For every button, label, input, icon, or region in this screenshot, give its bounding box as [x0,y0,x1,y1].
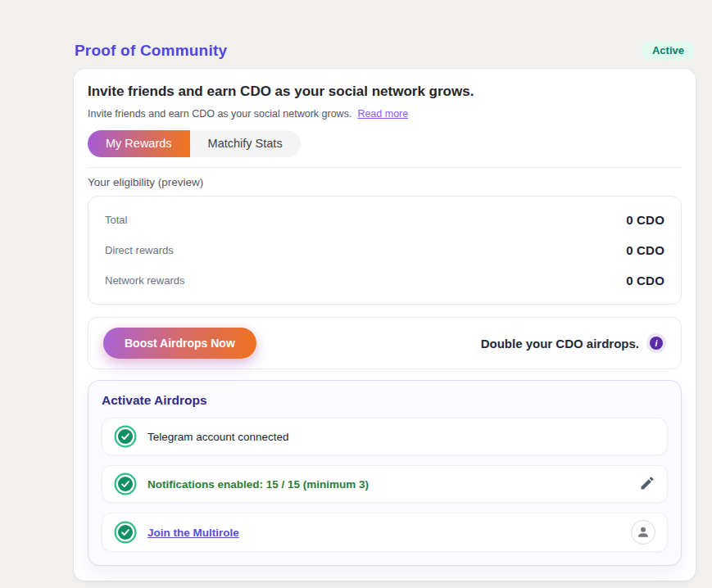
boost-airdrops-button[interactable]: Boost Airdrops Now [103,328,256,359]
check-circle-icon [114,473,137,495]
info-icon[interactable]: i [646,333,666,353]
task-text-telegram: Telegram account connected [147,431,289,443]
card-description: Invite friends and earn CDO as your soci… [88,108,682,120]
boost-info: Double your CDO airdrops. i [481,333,666,353]
task-row-multirole: Join the Multirole [102,513,668,552]
eligibility-section-label: Your eligibility (preview) [88,176,682,188]
tab-matchify-stats[interactable]: Matchify Stats [190,130,301,157]
task-row-notifications: Notifications enabled: 15 / 15 (minimum … [102,465,668,503]
task-row-telegram: Telegram account connected [102,418,668,455]
eligibility-value: 0 CDO [626,243,664,257]
page-header: Proof of Community Active [74,41,696,60]
boost-info-text: Double your CDO airdrops. [481,337,639,351]
read-more-link[interactable]: Read more [357,108,408,120]
page: Proof of Community Active Invite friends… [0,0,712,581]
tab-group: My Rewards Matchify Stats [88,130,301,157]
edit-notifications-button[interactable] [639,475,655,494]
eligibility-row-direct: Direct rewards 0 CDO [105,235,664,265]
divider [88,167,682,168]
activate-heading: Activate Airdrops [102,393,668,408]
tab-my-rewards[interactable]: My Rewards [88,130,190,157]
card-heading: Invite friends and earn CDO as your soci… [88,84,682,100]
task-text-notifications: Notifications enabled: 15 / 15 (minimum … [147,478,369,491]
person-icon [631,520,655,545]
eligibility-label: Network rewards [105,274,185,287]
pencil-icon [639,475,655,494]
card-description-text: Invite friends and earn CDO as your soci… [88,108,351,120]
eligibility-value: 0 CDO [626,213,664,227]
status-badge: Active [642,41,695,60]
eligibility-label: Total [105,214,127,226]
eligibility-row-total: Total 0 CDO [105,205,664,235]
check-circle-icon [114,521,137,544]
eligibility-value: 0 CDO [626,274,664,287]
eligibility-row-network: Network rewards 0 CDO [105,265,664,296]
check-circle-icon [114,425,137,448]
info-icon-glyph: i [650,337,663,350]
join-multirole-link[interactable]: Join the Multirole [147,527,239,539]
eligibility-card: Total 0 CDO Direct rewards 0 CDO Network… [88,196,682,305]
eligibility-label: Direct rewards [105,244,174,256]
boost-card: Boost Airdrops Now Double your CDO airdr… [88,317,682,369]
page-title: Proof of Community [75,42,227,60]
rewards-card: Invite friends and earn CDO as your soci… [74,69,696,581]
multirole-profile-button[interactable] [631,520,655,545]
activate-airdrops-section: Activate Airdrops Telegram account conne… [88,380,682,566]
